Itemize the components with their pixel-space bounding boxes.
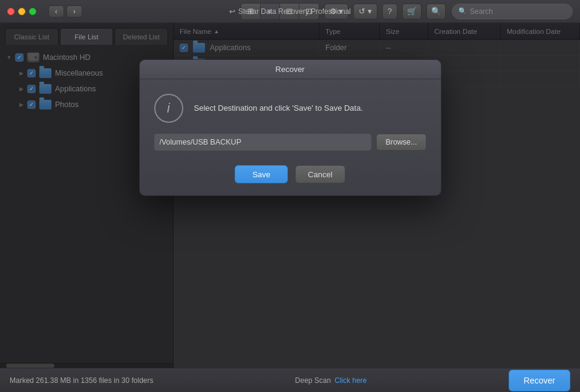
title-text: Stellar Data Recovery Professional — [238, 7, 351, 16]
dialog-message: Select Destination and click 'Save' to S… — [194, 103, 363, 114]
help-button[interactable]: ? — [382, 4, 397, 19]
recover-dialog: Recover i Select Destination and click '… — [139, 59, 442, 196]
deep-scan-label: Deep Scan — [295, 376, 331, 385]
info-icon: i — [154, 94, 183, 123]
dialog-body: i Select Destination and click 'Save' to… — [140, 79, 441, 195]
browse-button[interactable]: Browse... — [376, 134, 426, 151]
search-icon: 🔍 — [458, 7, 467, 15]
dialog-title-bar: Recover — [140, 60, 441, 79]
title-icon: ↩ — [229, 7, 235, 16]
dialog-actions: Save Cancel — [154, 165, 426, 183]
navigation-buttons: ‹ › — [48, 5, 82, 18]
status-bar: Marked 261.38 MB in 1356 files in 30 fol… — [0, 368, 580, 392]
marked-status-text: Marked 261.38 MB in 1356 files in 30 fol… — [10, 376, 153, 385]
forward-button[interactable]: › — [67, 5, 82, 18]
destination-path-input[interactable] — [154, 134, 372, 151]
dialog-title: Recover — [275, 65, 304, 74]
deep-scan-area: Deep Scan Click here — [295, 376, 367, 385]
dialog-info-row: i Select Destination and click 'Save' to… — [154, 94, 426, 123]
search-box: 🔍 — [452, 4, 573, 19]
dialog-overlay: Recover i Select Destination and click '… — [0, 23, 580, 368]
cart-button[interactable]: 🛒 — [402, 4, 422, 19]
traffic-lights — [7, 8, 36, 15]
cancel-button[interactable]: Cancel — [295, 165, 345, 183]
maximize-button[interactable] — [29, 8, 36, 15]
search-button[interactable]: 🔍 — [426, 4, 446, 19]
minimize-button[interactable] — [18, 8, 25, 15]
close-button[interactable] — [7, 8, 15, 15]
back-button[interactable]: ‹ — [48, 5, 64, 18]
search-input[interactable] — [470, 7, 566, 16]
title-bar: ‹ › ↩ Stellar Data Recovery Professional… — [0, 0, 580, 23]
dialog-path-row: Browse... — [154, 134, 426, 151]
save-button[interactable]: Save — [235, 165, 288, 183]
recover-button[interactable]: Recover — [509, 370, 570, 391]
app-title: ↩ Stellar Data Recovery Professional — [229, 7, 351, 16]
click-here-link[interactable]: Click here — [334, 376, 367, 385]
refresh-button[interactable]: ↺ ▾ — [353, 4, 377, 19]
